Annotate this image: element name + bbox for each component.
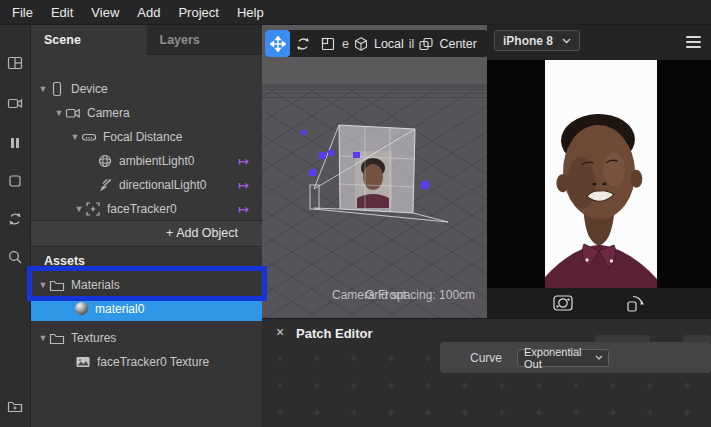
tree-label: Focal Distance <box>103 130 182 144</box>
add-object-button[interactable]: + Add Object <box>31 220 262 247</box>
camera-preview <box>487 60 711 288</box>
material-sphere-icon <box>75 302 88 315</box>
video-camera-icon[interactable] <box>7 95 23 111</box>
tree-label: directionalLight0 <box>119 178 206 192</box>
menu-icon[interactable] <box>686 36 701 51</box>
camera-icon <box>65 105 81 121</box>
chevron-down-icon[interactable]: ▼ <box>37 333 49 343</box>
face-tracker-icon <box>85 201 101 217</box>
tree-row-face-tracker[interactable]: ▼ faceTracker0 ↦ <box>31 197 262 221</box>
tree-label: Camera <box>87 106 130 120</box>
device-selector[interactable]: iPhone 8 <box>494 30 580 51</box>
clipped-label-fragment: il <box>409 37 415 51</box>
search-icon[interactable] <box>7 249 23 265</box>
tree-label: Device <box>71 82 108 96</box>
restart-icon[interactable] <box>7 211 23 227</box>
simulator-bottom-bar <box>487 288 711 318</box>
chevron-down-icon[interactable]: ▼ <box>73 204 85 214</box>
camera-feed-preview <box>355 151 392 208</box>
focal-distance-icon <box>81 129 97 145</box>
viewport-canvas[interactable] <box>262 25 487 318</box>
center-icon[interactable] <box>416 30 436 57</box>
patch-link-icon[interactable]: ↦ <box>238 155 249 168</box>
chevron-down-icon <box>562 38 571 44</box>
tree-row-device[interactable]: ▼ Device <box>31 77 262 101</box>
viewport-toolbar: e Local il Center <box>265 30 487 57</box>
camera-flip-icon[interactable] <box>552 293 574 313</box>
chevron-down-icon[interactable]: ▼ <box>37 84 49 94</box>
viewport-3d[interactable]: e Local il Center Camera Front Grid spac… <box>262 25 487 318</box>
menu-help[interactable]: Help <box>235 5 266 20</box>
curve-dropdown-value: Exponential Out <box>524 346 595 370</box>
selection-annotation-box <box>27 266 267 301</box>
menu-file[interactable]: File <box>10 5 35 20</box>
folder-icon <box>49 330 65 346</box>
scale-tool-button[interactable] <box>315 30 340 57</box>
curve-property-label: Curve <box>470 351 502 365</box>
chevron-down-icon[interactable]: ▼ <box>69 132 81 142</box>
assets-label: material0 <box>95 302 144 316</box>
patch-link-icon[interactable]: ↦ <box>238 179 249 192</box>
tree-row-focal-distance[interactable]: ▼ Focal Distance <box>31 125 262 149</box>
spark-ar-studio-window: File Edit View Add Project Help <box>0 0 711 427</box>
pause-icon[interactable] <box>7 135 23 151</box>
directional-light-icon <box>97 177 113 193</box>
menu-add[interactable]: Add <box>135 5 162 20</box>
tree-row-camera[interactable]: ▼ Camera <box>31 101 262 125</box>
scene-panel: Scene Layers ▼ Device ▼ Camera ▼ Focal D… <box>30 25 262 427</box>
scene-layers-tabs: Scene Layers <box>31 25 262 55</box>
grid-spacing-label: Grid spacing: 100cm <box>365 288 475 302</box>
device-selector-label: iPhone 8 <box>503 34 553 48</box>
pivot-mode-label[interactable]: Center <box>439 37 477 51</box>
close-icon[interactable]: × <box>276 324 284 340</box>
device-icon <box>49 81 65 97</box>
orientation-mode-label[interactable]: Local <box>374 37 404 51</box>
tab-scene[interactable]: Scene <box>31 25 147 55</box>
cube-icon[interactable] <box>351 30 371 57</box>
chevron-down-icon[interactable]: ▼ <box>53 108 65 118</box>
menu-bar: File Edit View Add Project Help <box>0 0 711 25</box>
simulator-header: iPhone 8 <box>487 25 711 60</box>
add-asset-icon[interactable] <box>7 398 23 414</box>
patch-node-curve[interactable]: Curve Exponential Out <box>440 342 711 373</box>
assets-label: Textures <box>71 331 116 345</box>
curve-dropdown[interactable]: Exponential Out <box>517 349 609 367</box>
tab-layers[interactable]: Layers <box>147 25 263 55</box>
tree-row-ambient-light[interactable]: ambientLight0 ↦ <box>31 149 262 173</box>
rotate-device-icon[interactable] <box>625 293 647 313</box>
left-toolbar <box>0 25 30 427</box>
layout-panels-icon[interactable] <box>7 55 23 71</box>
patch-link-icon[interactable]: ↦ <box>238 203 249 216</box>
menu-edit[interactable]: Edit <box>49 5 75 20</box>
simulator-panel: iPhone 8 <box>487 25 711 318</box>
chevron-down-icon <box>595 355 602 360</box>
assets-row-textures[interactable]: ▼ Textures <box>31 327 262 349</box>
assets-label: faceTracker0 Texture <box>97 355 209 369</box>
move-tool-button[interactable] <box>265 30 290 57</box>
assets-row-facetracker-texture[interactable]: faceTracker0 Texture <box>31 351 262 373</box>
patch-editor-title: Patch Editor <box>296 326 373 341</box>
menu-view[interactable]: View <box>89 5 121 20</box>
stop-square-icon[interactable] <box>7 173 23 189</box>
rotate-tool-button[interactable] <box>290 30 315 57</box>
tree-label: ambientLight0 <box>119 154 194 168</box>
texture-thumbnail-icon <box>75 354 91 370</box>
tree-label: faceTracker0 <box>107 202 177 216</box>
ambient-light-icon <box>97 153 113 169</box>
tree-row-directional-light[interactable]: directionalLight0 ↦ <box>31 173 262 197</box>
patch-editor-panel: × Patch Editor Curve Exponential Out <box>262 318 711 427</box>
clipped-label-fragment: e <box>342 37 349 51</box>
menu-project[interactable]: Project <box>176 5 220 20</box>
